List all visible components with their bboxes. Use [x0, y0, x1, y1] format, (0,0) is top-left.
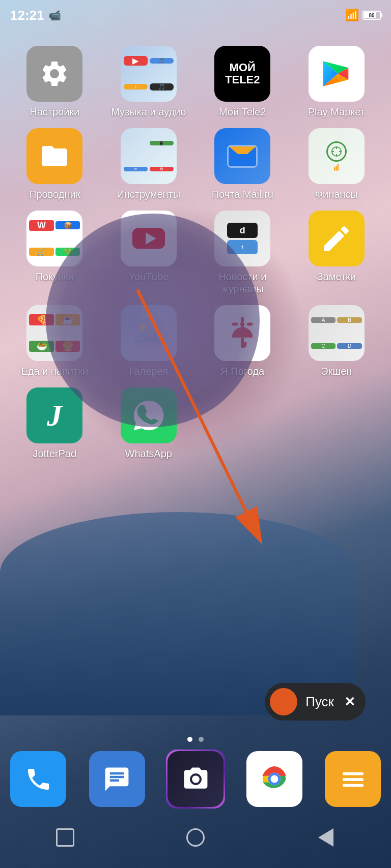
- battery-level: 80: [369, 13, 374, 18]
- app-music-label: Музыка и аудио: [111, 106, 186, 118]
- dock: [10, 751, 381, 807]
- app-finance[interactable]: Финансы: [292, 128, 381, 200]
- app-notes[interactable]: Заметки: [292, 211, 381, 295]
- svg-point-13: [192, 775, 200, 783]
- app-tele2-label: Мой Tele2: [219, 106, 266, 118]
- pusk-dot: [270, 688, 297, 715]
- app-action-label: Экшен: [321, 365, 352, 377]
- app-action[interactable]: A B C D Экшен: [292, 305, 381, 377]
- status-bar: 12:21 📹 📶 80: [0, 0, 391, 31]
- page-dot-1[interactable]: [187, 737, 192, 742]
- nav-square-icon: [56, 828, 74, 847]
- dock-camera[interactable]: [167, 751, 224, 807]
- dock-menu[interactable]: [325, 751, 381, 807]
- svg-rect-0: [334, 167, 336, 171]
- pusk-bar[interactable]: Пуск ✕: [265, 683, 366, 721]
- camera-recording-icon: 📹: [48, 9, 61, 21]
- svg-rect-17: [342, 778, 363, 781]
- svg-rect-16: [342, 772, 363, 775]
- page-indicators: [0, 737, 391, 742]
- signal-icon: 📶: [345, 9, 358, 22]
- dock-chrome[interactable]: [246, 751, 302, 807]
- svg-rect-1: [336, 166, 337, 171]
- app-files-label: Проводник: [29, 188, 80, 200]
- status-right: 📶 80: [345, 9, 381, 22]
- app-notes-label: Заметки: [317, 271, 356, 283]
- page-dot-2[interactable]: [199, 737, 204, 742]
- app-files[interactable]: Проводник: [10, 128, 99, 200]
- app-whatsapp-label: WhatsApp: [125, 447, 172, 460]
- app-music[interactable]: ▶ 🎵 ♪ 🎵 Музыка и аудио: [104, 46, 193, 118]
- app-settings[interactable]: Настройки: [10, 46, 99, 118]
- app-playmarket[interactable]: Play Маркет: [292, 46, 381, 118]
- app-finance-label: Финансы: [315, 188, 358, 200]
- app-mail[interactable]: Почта Mail.ru: [198, 128, 287, 200]
- app-settings-label: Настройки: [30, 106, 79, 118]
- nav-circle-icon: [186, 828, 205, 847]
- nav-bar: [0, 817, 391, 858]
- svg-rect-18: [342, 784, 363, 787]
- app-tools-label: Инструменты: [117, 188, 180, 200]
- app-mail-label: Почта Mail.ru: [212, 188, 273, 200]
- nav-home-button[interactable]: [180, 822, 211, 853]
- status-time: 12:21 📹: [10, 8, 61, 23]
- pusk-close-button[interactable]: ✕: [342, 694, 357, 710]
- svg-rect-2: [337, 164, 339, 170]
- dock-phone[interactable]: [10, 751, 66, 807]
- pusk-label: Пуск: [301, 694, 338, 710]
- app-tools[interactable]: 📱 ✏ ⚙ Инструменты: [104, 128, 193, 200]
- dock-messages[interactable]: [89, 751, 145, 807]
- app-tele2[interactable]: МОЙTELE2 Мой Tele2: [198, 46, 287, 118]
- nav-recents-button[interactable]: [311, 822, 341, 853]
- battery-indicator: 80: [362, 11, 381, 20]
- app-playmarket-label: Play Маркет: [308, 106, 365, 118]
- time-display: 12:21: [10, 8, 44, 23]
- app-jotter-label: JotterPad: [33, 447, 76, 460]
- svg-point-15: [270, 775, 278, 783]
- nav-back-button[interactable]: [50, 822, 80, 853]
- nav-triangle-icon: [318, 828, 333, 847]
- zoom-overlay: [46, 214, 260, 427]
